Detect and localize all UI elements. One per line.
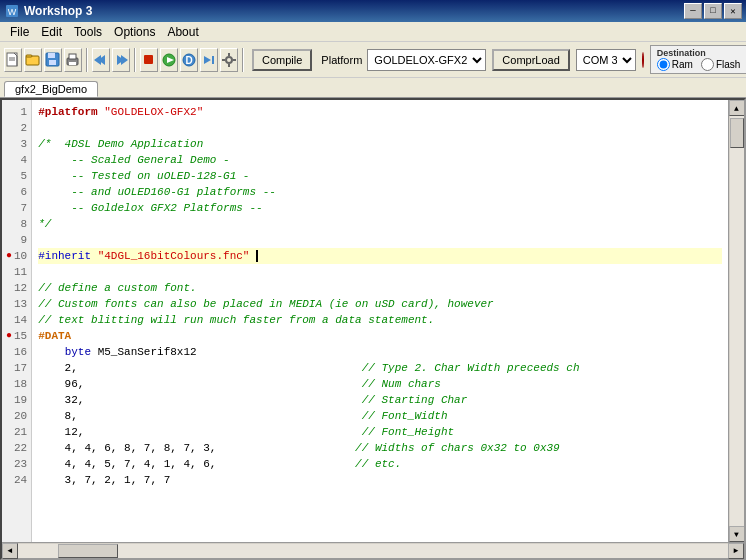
svg-rect-12 bbox=[69, 62, 76, 65]
platform-select[interactable]: GOLDELOX-GFX2 GOLDELOX PICASO bbox=[367, 49, 486, 71]
debug-button[interactable]: D bbox=[180, 48, 198, 72]
svg-marker-14 bbox=[94, 55, 101, 65]
window-controls: — □ ✕ bbox=[684, 3, 742, 19]
flash-option[interactable]: Flash bbox=[701, 58, 740, 71]
code-line: 8, // Font_Width bbox=[38, 408, 722, 424]
menu-options[interactable]: Options bbox=[108, 23, 161, 41]
ram-label: Ram bbox=[672, 59, 693, 70]
code-line: ​ bbox=[38, 232, 722, 248]
code-line: 4, 4, 6, 8, 7, 8, 7, 3, // Widths of cha… bbox=[38, 440, 722, 456]
app-icon: W bbox=[4, 3, 20, 19]
run-button[interactable] bbox=[160, 48, 178, 72]
toolbar: D Compile Platform GOLDELOX-GFX2 GOLDELO… bbox=[0, 42, 746, 78]
scroll-thumb-h[interactable] bbox=[58, 544, 118, 558]
svg-rect-8 bbox=[48, 53, 55, 58]
code-line: -- Tested on uOLED-128-G1 - bbox=[38, 168, 722, 184]
code-line: 96, // Num chars bbox=[38, 376, 722, 392]
code-line: 3, 7, 2, 1, 7, 7 bbox=[38, 472, 722, 488]
code-line: #platform "GOLDELOX-GFX2" bbox=[38, 104, 722, 120]
svg-rect-23 bbox=[212, 56, 214, 64]
code-line: ​ bbox=[38, 264, 722, 280]
tab-bar: gfx2_BigDemo bbox=[0, 78, 746, 98]
open-button[interactable] bbox=[24, 48, 42, 72]
toolbar-sep-3 bbox=[242, 48, 244, 72]
code-line: -- Scaled General Demo - bbox=[38, 152, 722, 168]
window-title: Workshop 3 bbox=[24, 4, 684, 18]
save-button[interactable] bbox=[44, 48, 62, 72]
title-bar: W Workshop 3 — □ ✕ bbox=[0, 0, 746, 22]
line-numbers: 1 2 3 4 5 6 7 8 9 ●10 11 12 13 14 ●15 16… bbox=[2, 100, 32, 542]
ram-option[interactable]: Ram bbox=[657, 58, 693, 71]
flash-radio[interactable] bbox=[701, 58, 714, 71]
destination-label: Destination bbox=[657, 48, 706, 58]
code-line: // define a custom font. bbox=[38, 280, 722, 296]
code-line: 32, // Starting Char bbox=[38, 392, 722, 408]
code-line: /* 4DSL Demo Application bbox=[38, 136, 722, 152]
code-line: 2, // Type 2. Char Width preceeds ch bbox=[38, 360, 722, 376]
svg-rect-17 bbox=[144, 55, 153, 64]
horizontal-scrollbar[interactable]: ◄ ► bbox=[2, 542, 744, 558]
forward-button[interactable] bbox=[112, 48, 130, 72]
code-line: -- Goldelox GFX2 Platforms -- bbox=[38, 200, 722, 216]
svg-marker-22 bbox=[204, 56, 211, 64]
menu-about[interactable]: About bbox=[161, 23, 204, 41]
scroll-down-button[interactable]: ▼ bbox=[729, 526, 745, 542]
code-line: // text blitting will run much faster fr… bbox=[38, 312, 722, 328]
scroll-thumb-v[interactable] bbox=[730, 118, 744, 148]
code-line: // Custom fonts can also be placed in ME… bbox=[38, 296, 722, 312]
toolbar-sep-2 bbox=[134, 48, 136, 72]
code-line: -- and uOLED160-G1 platforms -- bbox=[38, 184, 722, 200]
scroll-track-h[interactable] bbox=[18, 544, 728, 558]
editor-inner: 1 2 3 4 5 6 7 8 9 ●10 11 12 13 14 ●15 16… bbox=[2, 100, 744, 542]
tab-gfx2-bigdemo[interactable]: gfx2_BigDemo bbox=[4, 81, 98, 97]
connection-indicator bbox=[642, 52, 644, 68]
com-port-select[interactable]: COM 3 COM 1 COM 2 bbox=[576, 49, 636, 71]
destination-options: Ram Flash bbox=[657, 58, 741, 71]
svg-rect-11 bbox=[69, 54, 76, 59]
minimize-button[interactable]: — bbox=[684, 3, 702, 19]
stop-button[interactable] bbox=[140, 48, 158, 72]
editor-container: 1 2 3 4 5 6 7 8 9 ●10 11 12 13 14 ●15 16… bbox=[0, 98, 746, 560]
svg-rect-6 bbox=[26, 55, 32, 57]
menu-edit[interactable]: Edit bbox=[35, 23, 68, 41]
code-editor[interactable]: #platform "GOLDELOX-GFX2"​/* 4DSL Demo A… bbox=[32, 100, 728, 542]
scroll-right-button[interactable]: ► bbox=[728, 543, 744, 559]
code-line: 12, // Font_Height bbox=[38, 424, 722, 440]
new-button[interactable] bbox=[4, 48, 22, 72]
maximize-button[interactable]: □ bbox=[704, 3, 722, 19]
code-line: ​ bbox=[38, 120, 722, 136]
scroll-up-button[interactable]: ▲ bbox=[729, 100, 745, 116]
code-line: byte M5_SanSerif8x12 bbox=[38, 344, 722, 360]
destination-box: Destination Ram Flash bbox=[650, 45, 746, 74]
scroll-track-v[interactable] bbox=[730, 116, 744, 526]
flash-label: Flash bbox=[716, 59, 740, 70]
print-button[interactable] bbox=[64, 48, 82, 72]
menu-tools[interactable]: Tools bbox=[68, 23, 108, 41]
svg-point-24 bbox=[226, 57, 232, 63]
code-line: */ bbox=[38, 216, 722, 232]
svg-text:D: D bbox=[185, 55, 192, 66]
back-button[interactable] bbox=[92, 48, 110, 72]
svg-text:W: W bbox=[8, 7, 17, 17]
compile-button[interactable]: Compile bbox=[252, 49, 312, 71]
comprload-button[interactable]: ComprLoad bbox=[492, 49, 569, 71]
platform-label: Platform bbox=[321, 54, 362, 66]
toolbar-sep-1 bbox=[86, 48, 88, 72]
code-line: #inherit "4DGL_16bitColours.fnc" bbox=[38, 248, 722, 264]
step-button[interactable] bbox=[200, 48, 218, 72]
vertical-scrollbar[interactable]: ▲ ▼ bbox=[728, 100, 744, 542]
settings-button[interactable] bbox=[220, 48, 238, 72]
svg-marker-16 bbox=[121, 55, 128, 65]
scroll-left-button[interactable]: ◄ bbox=[2, 543, 18, 559]
ram-radio[interactable] bbox=[657, 58, 670, 71]
code-line: #DATA bbox=[38, 328, 722, 344]
close-button[interactable]: ✕ bbox=[724, 3, 742, 19]
svg-rect-9 bbox=[49, 60, 56, 65]
code-line: 4, 4, 5, 7, 4, 1, 4, 6, // etc. bbox=[38, 456, 722, 472]
menu-bar: File Edit Tools Options About bbox=[0, 22, 746, 42]
menu-file[interactable]: File bbox=[4, 23, 35, 41]
